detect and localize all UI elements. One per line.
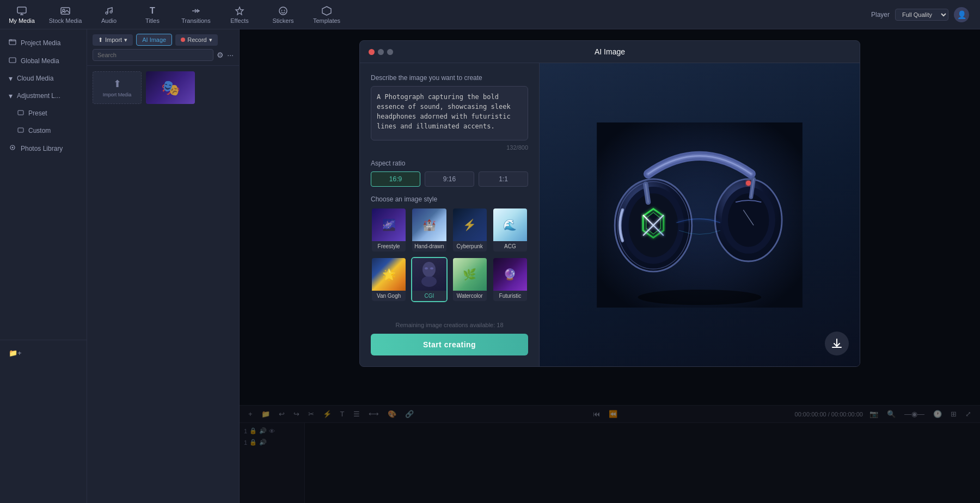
cgi-label: CGI [412, 291, 446, 301]
sidebar-item-project-media[interactable]: Project Media [0, 34, 87, 52]
sidebar-label-cloud-media: Cloud Media [17, 75, 53, 82]
sidebar-item-photos-library[interactable]: Photos Library [0, 139, 87, 157]
aspect-ratio-16-9[interactable]: 16:9 [371, 171, 420, 187]
sidebar-item-adjustment[interactable]: ▾ Adjustment L... [0, 87, 87, 105]
sidebar-item-preset[interactable]: Preset [0, 105, 87, 122]
svg-rect-11 [9, 58, 16, 63]
svg-point-34 [746, 180, 751, 185]
style-item-watercolor[interactable]: 🌿 Watercolor [452, 257, 488, 302]
nav-item-templates[interactable]: Templates [305, 0, 348, 29]
style-grid: 🌌 Freestyle 🏰 Hand-drawn [371, 207, 528, 302]
ai-image-button[interactable]: AI Image [136, 34, 172, 46]
nav-item-audio[interactable]: Audio [87, 0, 131, 29]
import-media-button[interactable]: ⬆ Import Media [93, 71, 142, 104]
sidebar-item-custom[interactable]: Custom [0, 122, 87, 139]
player-label: Player [871, 11, 890, 19]
sidebar-label-project-media: Project Media [21, 39, 60, 47]
modal-minimize-dot[interactable] [378, 49, 384, 55]
description-label: Describe the image you want to create [371, 74, 528, 82]
start-creating-button[interactable]: Start creating [371, 334, 528, 355]
nav-item-stickers[interactable]: Stickers [261, 0, 305, 29]
cyberpunk-thumb: ⚡ [453, 208, 487, 241]
aspect-ratio-section: Aspect ratio 16:9 9:16 1:1 [371, 160, 528, 187]
download-button[interactable] [825, 332, 849, 355]
remaining-text: Remaining image creations available: 18 [371, 322, 528, 328]
record-dot-icon [181, 38, 185, 42]
acg-label: ACG [493, 241, 527, 252]
style-item-cyberpunk[interactable]: ⚡ Cyberpunk [452, 207, 488, 253]
svg-point-3 [106, 12, 108, 14]
nav-item-titles[interactable]: T Titles [131, 0, 174, 29]
sidebar-item-global-media[interactable]: Global Media [0, 52, 87, 70]
nav-right-area: Player Full Quality High Quality 👤 [871, 7, 969, 22]
nav-item-transitions[interactable]: Transitions [174, 0, 218, 29]
cyberpunk-label: Cyberpunk [453, 241, 487, 252]
sidebar-label-custom: Custom [28, 127, 51, 134]
modal-maximize-dot[interactable] [387, 49, 393, 55]
freestyle-label: Freestyle [372, 241, 406, 252]
modal-window-controls [369, 49, 393, 55]
global-icon [9, 56, 16, 65]
svg-point-8 [284, 10, 285, 11]
style-item-futuristic[interactable]: 🔮 Futuristic [492, 257, 528, 302]
top-nav: My Media Stock Media Audio T Titles [0, 0, 980, 29]
futuristic-label: Futuristic [493, 291, 527, 301]
headphone-preview [540, 63, 860, 366]
ai-image-modal: AI Image Describe the image you want to … [359, 40, 860, 367]
quality-select[interactable]: Full Quality High Quality [895, 9, 948, 21]
sidebar-label-global-media: Global Media [21, 57, 59, 65]
svg-rect-1 [61, 8, 70, 14]
modal-footer: Remaining image creations available: 18 … [371, 311, 528, 355]
svg-point-36 [638, 289, 762, 304]
folder-icon [9, 38, 16, 47]
import-button[interactable]: ⬆ Import ▾ [93, 34, 133, 46]
sidebar-item-cloud-media[interactable]: ▾ Cloud Media [0, 70, 87, 87]
svg-point-32 [728, 193, 769, 247]
nav-item-my-media[interactable]: My Media [0, 0, 44, 29]
nav-label-stock-media: Stock Media [49, 17, 82, 24]
modal-overlay: AI Image Describe the image you want to … [240, 29, 980, 503]
modal-right-panel [540, 63, 860, 366]
style-item-freestyle[interactable]: 🌌 Freestyle [371, 207, 407, 253]
vangogh-thumb: 🌟 [372, 258, 406, 291]
style-item-cgi[interactable]: CGI [411, 257, 447, 302]
nav-label-effects: Effects [230, 17, 248, 24]
svg-marker-5 [236, 7, 243, 15]
my-media-icon [16, 5, 27, 16]
import-chevron-icon: ▾ [124, 36, 127, 44]
image-style-label: Choose an image style [371, 195, 528, 203]
sidebar-add-folder[interactable]: 📁+ [0, 345, 87, 361]
sidebar-label-photos-library: Photos Library [21, 145, 63, 152]
record-button[interactable]: Record ▾ [175, 34, 217, 46]
nav-label-my-media: My Media [9, 17, 35, 24]
filter-button[interactable]: ⚙ [217, 51, 224, 59]
aspect-ratio-row: 16:9 9:16 1:1 [371, 171, 528, 187]
watercolor-thumb: 🌿 [453, 258, 487, 291]
svg-point-17 [421, 276, 437, 287]
description-textarea[interactable]: A Photograph capturing the bold essence … [371, 86, 528, 140]
aspect-ratio-1-1[interactable]: 1:1 [479, 171, 528, 187]
modal-left-panel: Describe the image you want to create A … [360, 63, 540, 366]
svg-point-2 [63, 9, 65, 11]
cgi-thumb [412, 258, 446, 291]
style-item-hand-drawn[interactable]: 🏰 Hand-drawn [411, 207, 447, 253]
style-item-acg[interactable]: 🌊 ACG [492, 207, 528, 253]
nav-label-transitions: Transitions [181, 17, 210, 24]
modal-title: AI Image [595, 47, 625, 56]
nav-label-audio: Audio [101, 17, 117, 24]
add-folder-icon: 📁+ [9, 349, 22, 357]
avatar-icon[interactable]: 👤 [954, 7, 969, 22]
modal-close-dot[interactable] [369, 49, 375, 55]
left-sidebar: Project Media Global Media ▾ Cloud Media… [0, 29, 87, 503]
style-item-vangogh[interactable]: 🌟 Van Gogh [371, 257, 407, 302]
modal-body: Describe the image you want to create A … [360, 63, 860, 366]
nav-item-stock-media[interactable]: Stock Media [44, 0, 87, 29]
audio-icon [103, 5, 114, 16]
more-options-button[interactable]: ··· [227, 51, 234, 59]
photos-icon [9, 144, 16, 153]
nav-item-effects[interactable]: Effects [218, 0, 261, 29]
search-input[interactable] [93, 49, 213, 61]
aspect-ratio-9-16[interactable]: 9:16 [425, 171, 474, 187]
media-thumbnail[interactable]: 🎭 [146, 71, 195, 104]
media-content: ⬆ Import Media 🎭 [87, 66, 239, 503]
